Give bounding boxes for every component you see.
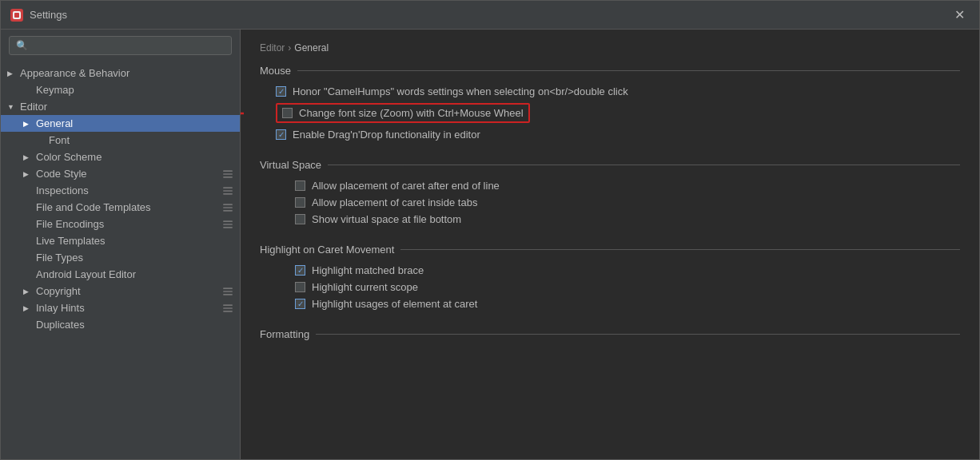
sidebar-item-file-types[interactable]: ▶ File Types	[1, 249, 240, 266]
sidebar-item-android-layout[interactable]: ▶ Android Layout Editor	[1, 266, 240, 283]
option-label-camelhumps: Honor "CamelHumps" words settings when s…	[293, 85, 628, 97]
highlight-caret-section: Highlight on Caret Movement Highlight ma…	[260, 244, 960, 312]
option-highlight-usages: Highlight usages of element at caret	[260, 295, 960, 312]
option-label-highlight-usages: Highlight usages of element at caret	[312, 298, 477, 310]
option-camelhumps: Honor "CamelHumps" words settings when s…	[260, 83, 960, 100]
mouse-section: Mouse Honor "CamelHumps" words settings …	[260, 65, 960, 143]
triangle-icon: ▶	[23, 170, 33, 178]
option-font-size-zoom: Change font size (Zoom) with Ctrl+Mouse …	[260, 100, 960, 126]
formatting-section: Formatting	[260, 328, 960, 340]
settings-icon	[222, 169, 233, 180]
close-button[interactable]: ✕	[950, 6, 970, 24]
settings-icon	[222, 286, 233, 297]
red-arrow	[241, 104, 252, 123]
search-input[interactable]	[33, 40, 225, 51]
checkbox-font-size-zoom[interactable]	[282, 108, 293, 118]
highlight-caret-title: Highlight on Caret Movement	[260, 244, 960, 256]
svg-rect-9	[223, 204, 233, 205]
option-highlight-brace: Highlight matched brace	[260, 262, 960, 279]
sidebar-item-label: File Types	[36, 252, 83, 264]
mouse-section-title: Mouse	[260, 65, 960, 77]
triangle-icon: ▶	[23, 120, 33, 128]
sidebar-item-editor[interactable]: ▼ Editor	[1, 98, 240, 115]
option-label-caret-tabs: Allow placement of caret inside tabs	[312, 196, 477, 208]
sidebar-item-label: Keymap	[36, 84, 74, 96]
svg-rect-14	[223, 226, 233, 228]
option-label-drag-drop: Enable Drag'n'Drop functionality in edit…	[293, 129, 480, 141]
sidebar-item-color-scheme[interactable]: ▶ Color Scheme	[1, 149, 240, 165]
triangle-icon: ▼	[7, 103, 17, 111]
breadcrumb: Editor › General	[260, 42, 960, 54]
sidebar-item-label: Inlay Hints	[36, 302, 85, 314]
option-virtual-space-bottom: Show virtual space at file bottom	[260, 211, 960, 228]
formatting-title: Formatting	[260, 328, 960, 340]
settings-icon	[222, 202, 233, 213]
checkbox-highlight-brace[interactable]	[295, 265, 305, 276]
svg-rect-10	[223, 207, 233, 208]
checkbox-highlight-scope[interactable]	[295, 282, 305, 292]
sidebar-item-label: Inspections	[23, 184, 89, 196]
option-highlight-scope: Highlight current scope	[260, 279, 960, 295]
checkbox-drag-drop[interactable]	[276, 129, 286, 140]
option-label-font-size-zoom: Change font size (Zoom) with Ctrl+Mouse …	[299, 107, 524, 119]
checkbox-camelhumps[interactable]	[276, 86, 286, 97]
svg-rect-20	[223, 310, 233, 311]
sidebar-item-duplicates[interactable]: ▶ Duplicates	[1, 316, 240, 333]
svg-rect-5	[223, 176, 233, 177]
checkbox-virtual-space-bottom[interactable]	[295, 214, 305, 224]
breadcrumb-current: General	[294, 42, 329, 54]
app-icon	[10, 9, 23, 22]
virtual-space-section: Virtual Space Allow placement of caret a…	[260, 159, 960, 228]
option-caret-eol: Allow placement of caret after end of li…	[260, 177, 960, 194]
sidebar-item-code-style[interactable]: ▶ Code Style	[1, 165, 240, 182]
settings-icon	[222, 219, 233, 230]
sidebar-item-keymap[interactable]: ▶ Keymap	[1, 81, 240, 98]
sidebar-item-font[interactable]: ▶ Font	[1, 132, 240, 149]
virtual-space-title: Virtual Space	[260, 159, 960, 171]
svg-rect-12	[223, 220, 233, 222]
option-drag-drop: Enable Drag'n'Drop functionality in edit…	[260, 126, 960, 143]
sidebar-item-inlay-hints[interactable]: ▶ Inlay Hints	[1, 299, 240, 316]
triangle-icon: ▶	[23, 153, 33, 161]
checkbox-highlight-usages[interactable]	[295, 299, 305, 309]
checkbox-caret-tabs[interactable]	[295, 197, 305, 208]
sidebar-item-label: Editor	[20, 101, 47, 113]
breadcrumb-separator: ›	[288, 42, 291, 54]
titlebar: Settings ✕	[1, 1, 979, 30]
sidebar-item-label: Android Layout Editor	[36, 268, 136, 280]
triangle-icon: ▶	[7, 69, 17, 77]
svg-rect-17	[223, 293, 233, 295]
search-box[interactable]: 🔍	[9, 36, 232, 55]
sidebar-item-label: Copyright	[36, 285, 81, 297]
option-caret-tabs: Allow placement of caret inside tabs	[260, 194, 960, 211]
option-label-caret-eol: Allow placement of caret after end of li…	[312, 180, 500, 192]
sidebar-item-label: File and Code Templates	[23, 201, 151, 213]
svg-rect-8	[223, 192, 233, 194]
sidebar-item-label: General	[36, 117, 73, 129]
svg-rect-6	[223, 187, 233, 188]
sidebar-item-general[interactable]: ▶ General	[1, 115, 240, 132]
svg-rect-7	[223, 190, 233, 192]
svg-rect-3	[223, 170, 233, 172]
sidebar-item-file-encodings[interactable]: File Encodings	[1, 216, 240, 232]
settings-icon	[222, 303, 233, 314]
search-icon: 🔍	[16, 40, 28, 51]
sidebar-item-live-templates[interactable]: ▶ Live Templates	[1, 232, 240, 249]
svg-rect-11	[223, 209, 233, 211]
svg-rect-15	[223, 288, 233, 289]
content-area: 🔍 ▶ Appearance & Behavior ▶ Keymap ▼ Edi…	[1, 30, 979, 459]
svg-rect-19	[223, 307, 233, 309]
sidebar-item-label: Color Scheme	[36, 151, 102, 163]
option-label-highlight-scope: Highlight current scope	[312, 281, 418, 293]
triangle-icon: ▶	[23, 304, 33, 312]
sidebar-item-file-code-templates[interactable]: File and Code Templates	[1, 199, 240, 216]
nav-tree: ▶ Appearance & Behavior ▶ Keymap ▼ Edito…	[1, 61, 240, 336]
sidebar-item-appearance[interactable]: ▶ Appearance & Behavior	[1, 65, 240, 81]
breadcrumb-parent: Editor	[260, 42, 285, 54]
sidebar-item-copyright[interactable]: ▶ Copyright	[1, 283, 240, 299]
checkbox-caret-eol[interactable]	[295, 180, 305, 191]
option-label-highlight-brace: Highlight matched brace	[312, 264, 424, 276]
svg-rect-16	[223, 291, 233, 292]
sidebar-item-inspections[interactable]: Inspections	[1, 182, 240, 199]
svg-rect-2	[14, 13, 19, 18]
